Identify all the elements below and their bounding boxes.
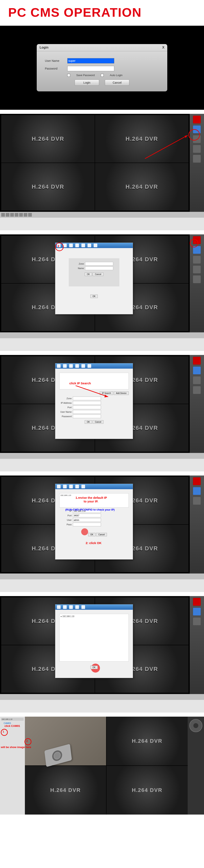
tab-icon[interactable] xyxy=(57,605,61,609)
ok-button[interactable]: OK xyxy=(90,665,98,669)
add-device-button[interactable]: Add Device xyxy=(114,392,129,395)
sidebar-icon[interactable] xyxy=(193,376,201,384)
name-input[interactable] xyxy=(85,267,113,270)
record-icon[interactable] xyxy=(193,356,201,365)
port-input[interactable] xyxy=(73,514,101,517)
tab-icon[interactable] xyxy=(75,485,79,488)
remote-control-object xyxy=(44,744,72,767)
tab-icon[interactable] xyxy=(75,244,79,247)
username-input[interactable] xyxy=(67,58,114,63)
tab-icon[interactable] xyxy=(88,364,91,368)
pass-label: Password xyxy=(59,415,71,417)
tab-icon[interactable] xyxy=(63,605,67,609)
login-header: Login X xyxy=(37,44,167,51)
sidebar-icon[interactable] xyxy=(193,497,201,505)
sidebar-icon[interactable] xyxy=(193,266,201,274)
ptz-dial[interactable] xyxy=(189,719,202,732)
record-icon[interactable] xyxy=(193,477,201,485)
cancel-button[interactable]: Cancel xyxy=(93,420,104,424)
tab-icon[interactable] xyxy=(63,485,67,488)
annotation-number-2: 2 xyxy=(26,740,28,743)
port-input[interactable] xyxy=(73,406,101,409)
tab-icon[interactable] xyxy=(94,244,97,247)
tab-icon[interactable] xyxy=(63,364,67,368)
tab-icon[interactable] xyxy=(69,364,73,368)
save-password-label: Save Password xyxy=(76,74,95,77)
tab-icon[interactable] xyxy=(81,485,85,488)
device-tree[interactable]: ▸ 192.168.1.10 xyxy=(59,614,129,661)
user-input[interactable] xyxy=(73,518,101,522)
layout-icon[interactable] xyxy=(28,213,32,217)
ok-button[interactable]: OK xyxy=(85,420,92,424)
cancel-button[interactable]: Cancel xyxy=(96,533,107,536)
system-icon[interactable] xyxy=(193,487,201,495)
video-tile[interactable]: H.264 DVR xyxy=(107,766,188,814)
cancel-button[interactable]: Cancel xyxy=(93,273,104,276)
pass-input[interactable] xyxy=(73,523,101,526)
sidebar-icon[interactable] xyxy=(193,386,201,394)
video-tile[interactable]: H.264 DVR xyxy=(107,717,188,765)
page-title: PC CMS Operation xyxy=(0,0,204,26)
save-password-checkbox[interactable] xyxy=(67,74,70,77)
zone-input[interactable] xyxy=(85,262,113,266)
record-icon[interactable] xyxy=(193,116,201,124)
tab-icon[interactable] xyxy=(57,485,61,488)
layout-icon[interactable] xyxy=(15,213,18,217)
login-title: Login xyxy=(39,46,49,50)
tab-icon[interactable] xyxy=(81,364,85,368)
tab-icon[interactable] xyxy=(69,605,73,609)
login-button[interactable]: Login xyxy=(75,80,99,86)
svg-marker-3 xyxy=(105,395,108,397)
annotation-image: will be show image here xyxy=(1,746,31,749)
video-grid: H.264 DVR H.264 DVR H.264 DVR H.264 DVR xyxy=(0,114,190,212)
tab-icon[interactable] xyxy=(81,605,85,609)
password-input[interactable] xyxy=(67,66,114,71)
tab-icon[interactable] xyxy=(88,244,91,247)
close-icon[interactable]: X xyxy=(162,46,165,50)
annotation-line2: to your IP. xyxy=(84,500,98,503)
annotation-blue: (RUN-CMD-IPCONFIG to check your IP) xyxy=(65,508,115,511)
sidebar-icon[interactable] xyxy=(193,155,201,163)
ok-button[interactable]: OK xyxy=(90,294,98,298)
ip-label: IP Address xyxy=(59,402,71,404)
cancel-button[interactable]: Cancel xyxy=(105,80,129,86)
system-icon[interactable] xyxy=(193,608,201,616)
layout-icon[interactable] xyxy=(24,213,27,217)
sidebar-icon[interactable] xyxy=(193,617,201,625)
ok-button[interactable]: OK xyxy=(85,273,92,276)
tab-icon[interactable] xyxy=(69,485,73,488)
device-manager-dialog: Zone Name OK Cancel OK xyxy=(55,243,133,314)
tab-icon[interactable] xyxy=(75,364,79,368)
video-tile[interactable]: H.264 DVR xyxy=(95,163,188,211)
layout-icon[interactable] xyxy=(1,213,5,217)
sidebar-icon[interactable] xyxy=(193,145,201,153)
username-label: User Name xyxy=(45,59,67,62)
layout-icon[interactable] xyxy=(6,213,9,217)
system-icon[interactable] xyxy=(193,366,201,375)
annotation-line3: 2: click OK xyxy=(86,541,101,545)
tab-icon[interactable] xyxy=(57,364,61,368)
record-icon[interactable] xyxy=(193,598,201,606)
ok-button[interactable]: OK xyxy=(88,533,95,536)
auto-login-checkbox[interactable] xyxy=(101,74,104,77)
pass-input[interactable] xyxy=(73,414,101,418)
video-tile[interactable]: H.264 DVR xyxy=(1,115,95,163)
tree-root[interactable]: 192.168.1.10 xyxy=(1,718,24,721)
login-dialog: Login X User Name Password Save Password… xyxy=(37,44,167,91)
sidebar-icon[interactable] xyxy=(193,275,201,283)
tab-icon[interactable] xyxy=(69,244,73,247)
sidebar-icon[interactable] xyxy=(193,256,201,264)
video-tile[interactable]: H.264 DVR xyxy=(1,163,95,211)
video-tile[interactable]: H.264 DVR xyxy=(25,766,106,814)
port-label: Port xyxy=(59,406,71,409)
tab-icon[interactable] xyxy=(75,605,79,609)
live-video-tile[interactable] xyxy=(25,717,106,765)
layout-icon[interactable] xyxy=(19,213,23,217)
device-edit-dialog: 192.168.1.10 IP Port User Pass OK Cancel xyxy=(55,484,133,560)
tab-icon[interactable] xyxy=(81,244,85,247)
layout-icon[interactable] xyxy=(10,213,14,217)
step2-shot: H.264 DVR H.264 DVR H.264 DVR H.264 DVR xyxy=(0,114,204,230)
annotation-circle-1 xyxy=(1,729,8,736)
svg-marker-1 xyxy=(185,135,188,138)
user-input[interactable] xyxy=(73,410,101,414)
